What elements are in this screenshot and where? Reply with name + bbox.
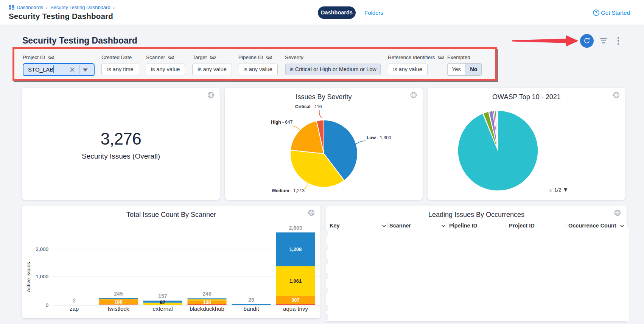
svg-text:188: 188 xyxy=(114,299,123,305)
svg-text:2: 2 xyxy=(73,298,76,304)
svg-text:1,061: 1,061 xyxy=(289,278,302,284)
svg-text:240: 240 xyxy=(202,291,212,297)
svg-text:aqua-trivy: aqua-trivy xyxy=(283,305,308,312)
svg-text:zap: zap xyxy=(70,305,79,312)
svg-text:Active Issues: Active Issues xyxy=(26,262,31,292)
svg-text:87: 87 xyxy=(160,299,165,305)
svg-text:bandit: bandit xyxy=(244,305,260,312)
svg-text:157: 157 xyxy=(158,293,167,299)
svg-text:307: 307 xyxy=(291,297,300,303)
svg-text:?: ? xyxy=(595,10,597,15)
svg-text:1,208: 1,208 xyxy=(289,246,302,252)
svg-text:2,000: 2,000 xyxy=(36,246,48,252)
svg-text:High - 647: High - 647 xyxy=(271,120,293,125)
svg-text:245: 245 xyxy=(114,291,123,297)
svg-text:Low - 1,300: Low - 1,300 xyxy=(367,135,391,140)
svg-text:29: 29 xyxy=(248,297,254,303)
svg-text:external: external xyxy=(152,305,173,312)
svg-text:1,000: 1,000 xyxy=(36,274,48,279)
svg-text:Critical - 116: Critical - 116 xyxy=(295,104,322,109)
svg-text:2,603: 2,603 xyxy=(289,225,302,231)
svg-text:138: 138 xyxy=(203,299,211,305)
svg-text:blackduckhub: blackduckhub xyxy=(190,305,224,312)
svg-text:Medium - 1,213: Medium - 1,213 xyxy=(272,188,305,193)
svg-text:0: 0 xyxy=(45,302,48,308)
svg-text:twistlock: twistlock xyxy=(108,305,129,312)
